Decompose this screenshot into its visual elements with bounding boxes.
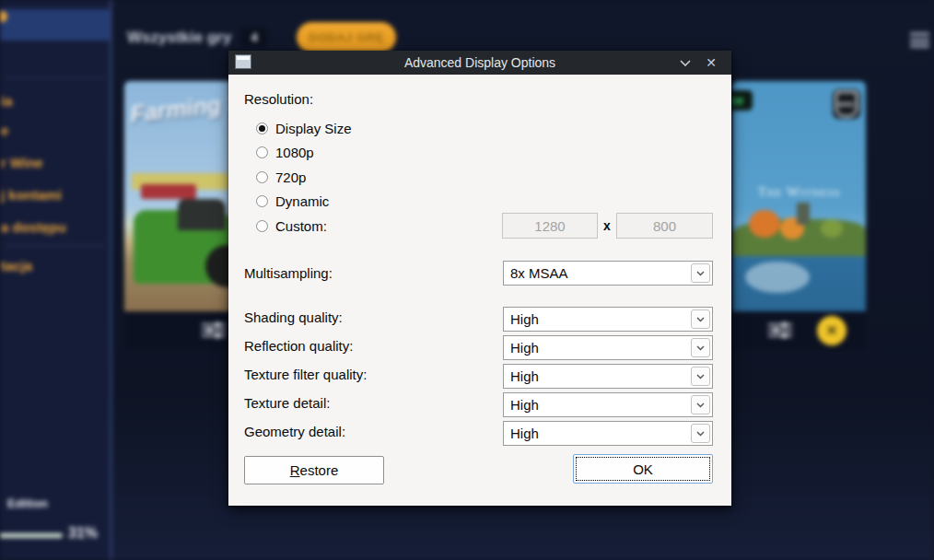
geometry-detail-label: Geometry detail: [244,424,345,439]
cover-tree [749,210,780,238]
dropdown-value: High [510,397,539,413]
chevron-down-icon [680,60,691,66]
sidebar-item-active[interactable] [0,9,111,41]
sidebar-divider [6,77,105,78]
texture-filter-quality-dropdown[interactable]: High [503,364,713,389]
sidebar-item-accounts[interactable]: j kontami [1,187,62,203]
install-progress-bar [0,533,63,538]
add-game-button[interactable]: DODAJ GRĘ [297,22,396,52]
radio-720p[interactable]: 720p [256,169,306,185]
grid-bar [910,39,929,42]
epic-shield-icon: EPIC [835,91,858,117]
installing-game-title: Edition [7,496,48,510]
radio-label: Dynamic [275,193,329,209]
texture-detail-dropdown[interactable]: High [503,392,713,417]
chevron-down-icon [696,271,705,276]
sidebar-item[interactable]: ia [1,93,13,109]
dropdown-value: 8x MSAA [510,265,568,281]
ok-button[interactable]: OK [573,454,713,484]
grid-view-icon[interactable] [910,32,929,48]
shading-quality-dropdown[interactable]: High [503,307,713,332]
cover-water-reflection [745,262,810,293]
sidebar-item[interactable]: e [1,122,8,138]
sidebar-divider [6,245,105,246]
grid-bar [910,32,929,36]
restore-button[interactable]: Restore [244,456,384,484]
chevron-down-icon [696,317,705,322]
dropdown-value: High [510,368,539,384]
texture-detail-label: Texture detail: [244,395,330,411]
radio-dynamic[interactable]: Dynamic [256,192,329,209]
sidebar-edge [110,0,112,560]
chevron-down-icon [696,374,705,379]
game-settings-sliders-icon[interactable] [201,321,227,339]
radio-button-icon[interactable] [256,122,268,134]
cover-building [797,203,810,225]
games-count-badge: 4 [241,28,267,47]
texture-filter-quality-label: Texture filter quality: [244,367,367,382]
dropdown-arrow-button[interactable] [691,424,710,443]
radio-button-icon[interactable] [256,195,268,207]
chevron-down-icon [696,345,705,351]
page-title: Wszystkie gry [127,29,231,47]
chevron-down-icon [696,431,705,437]
grid-bar [910,44,929,48]
dialog-title: Advanced Display Options [228,55,731,70]
game-settings-sliders-icon[interactable] [767,321,793,339]
dropdown-arrow-button[interactable] [691,367,710,386]
radio-custom[interactable]: Custom: [256,217,327,234]
dropdown-arrow-button[interactable] [691,338,710,357]
shading-quality-label: Shading quality: [244,309,343,325]
stop-game-button[interactable]: ✕ [817,316,846,345]
cover-tractor-cab [178,199,226,230]
radio-button-icon[interactable] [256,220,268,232]
radio-1080p[interactable]: 1080p [256,144,314,160]
cloud-status-badge: rze [732,90,753,111]
radio-label: Custom: [275,218,327,234]
dropdown-value: High [510,426,539,441]
advanced-display-options-dialog: Advanced Display Options ✕ Resolution: D… [228,51,731,506]
dropdown-arrow-button[interactable] [691,309,710,329]
card-action-strip: ✕ [732,311,866,350]
sidebar-item-documentation[interactable]: tacja [1,258,32,274]
the-witness-cover: The Witness rze EPIC [732,81,866,311]
game-card-the-witness[interactable]: The Witness rze EPIC ✕ [732,81,866,350]
sidebar-item-accessibility[interactable]: a dostępu [1,219,66,235]
epic-store-badge: EPIC [833,89,860,119]
radio-display-size[interactable]: Display Size [256,120,352,136]
reflection-quality-dropdown[interactable]: High [503,335,713,360]
dialog-titlebar[interactable]: Advanced Display Options ✕ [228,51,731,75]
cover-harvester [141,184,196,199]
radio-label: 720p [275,169,306,185]
resolution-label: Resolution: [244,91,313,107]
dropdown-arrow-button[interactable] [691,395,710,414]
farming-simulator-cover: Farming Simulat [124,81,239,311]
radio-label: 1080p [275,145,314,160]
multisampling-dropdown[interactable]: 8x MSAA [503,261,713,286]
chevron-down-icon [696,402,705,408]
dropdown-value: High [510,311,539,327]
geometry-detail-dropdown[interactable]: High [503,421,713,446]
card-action-strip [124,311,239,350]
dropdown-arrow-button[interactable] [691,263,710,283]
minimize-button[interactable] [676,54,695,71]
cover-tree [821,219,843,238]
install-progress-percent: 31% [68,525,98,542]
sidebar-item-wine-manager[interactable]: r Wine [1,155,43,170]
cover-title-text: The Witness [732,184,866,200]
dimension-separator: x [603,218,611,233]
custom-width-input[interactable] [502,213,598,239]
reflection-quality-label: Reflection quality: [244,338,353,354]
custom-height-input[interactable] [616,213,713,239]
radio-button-icon[interactable] [256,146,268,158]
app-window: ia e r Wine j kontami a dostępu tacja Ed… [0,0,934,560]
multisampling-label: Multisampling: [244,265,333,281]
radio-button-icon[interactable] [256,171,268,183]
sidebar: ia e r Wine j kontami a dostępu tacja Ed… [0,0,111,560]
radio-label: Display Size [275,121,352,136]
close-button[interactable]: ✕ [702,54,720,71]
dropdown-value: High [510,340,539,356]
restore-button-label: Restore [290,462,339,478]
game-card-farming-simulator[interactable]: Farming Simulat [124,81,239,350]
